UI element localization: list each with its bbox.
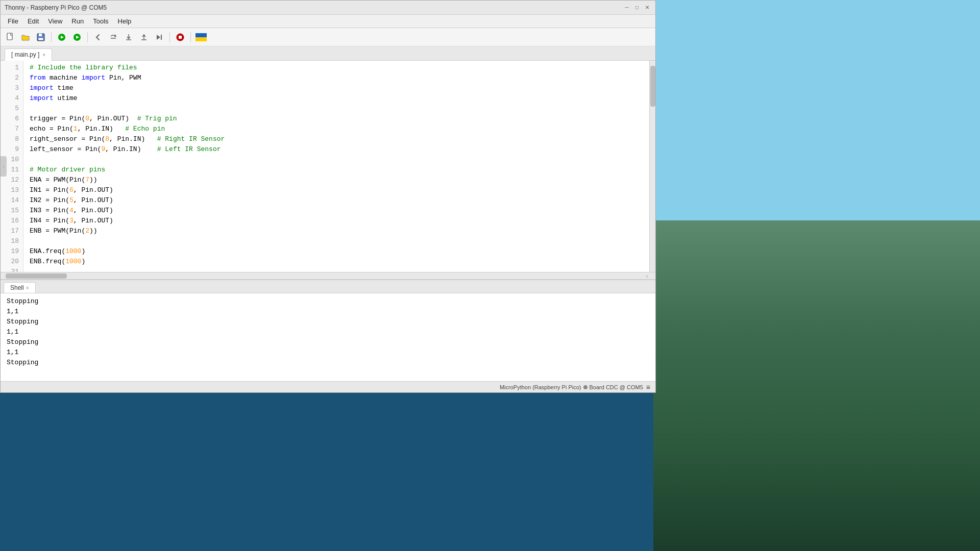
- shell-tab[interactable]: Shell ×: [4, 282, 36, 293]
- board-label: Board CDC @ COM5: [590, 384, 643, 390]
- toolbar-sep-4: [190, 32, 191, 42]
- flag-button[interactable]: [194, 31, 208, 44]
- svg-rect-3: [38, 38, 43, 40]
- stop-button[interactable]: [174, 31, 187, 44]
- run-icon: ▶: [58, 34, 65, 41]
- menu-tools[interactable]: Tools: [89, 16, 112, 26]
- run-button[interactable]: ▶: [55, 31, 68, 44]
- step-out-button[interactable]: [137, 31, 151, 44]
- resize-handle-left[interactable]: ›: [1, 156, 7, 177]
- shell-line-4: 1,1: [7, 327, 649, 337]
- desktop-background: [653, 0, 980, 551]
- shell-tab-close-btn[interactable]: ×: [26, 285, 29, 291]
- shell-line-3: Stopping: [7, 317, 649, 327]
- window-controls: ─ □ ✕: [623, 4, 651, 12]
- close-button[interactable]: ✕: [643, 4, 651, 12]
- file-tabs: [ main.py ] ×: [1, 46, 655, 61]
- toolbar-sep-3: [169, 32, 170, 42]
- scrollbar-thumb-h[interactable]: [6, 273, 67, 279]
- status-separator-dot: [583, 385, 587, 389]
- toolbar-sep-1: [51, 32, 52, 42]
- menu-help[interactable]: Help: [114, 16, 136, 26]
- shell-panel: Shell × Stopping 1,1 Stopping 1,1 Stoppi…: [1, 279, 655, 381]
- ide-window: Thonny - Raspberry Pi Pico @ COM5 ─ □ ✕ …: [0, 0, 656, 393]
- minimize-button[interactable]: ─: [623, 4, 631, 12]
- shell-line-2: 1,1: [7, 307, 649, 317]
- menu-view[interactable]: View: [44, 16, 66, 26]
- interpreter-label: MicroPython (Raspberry Pi Pico): [500, 384, 581, 390]
- resume-button[interactable]: [153, 31, 166, 44]
- run-module-icon: ▶: [74, 34, 81, 41]
- shell-line-7: Stopping: [7, 358, 649, 368]
- menu-file[interactable]: File: [4, 16, 22, 26]
- window-title: Thonny - Raspberry Pi Pico @ COM5: [5, 4, 107, 11]
- svg-rect-2: [39, 34, 42, 36]
- shell-tab-label: Shell: [10, 284, 24, 291]
- code-area: › 12345 678910 1112131415 1617181920 212…: [1, 61, 655, 272]
- scrollbar-thumb-v[interactable]: [650, 66, 655, 107]
- step-into-button[interactable]: [122, 31, 135, 44]
- horizontal-scrollbar[interactable]: ›: [1, 272, 655, 279]
- title-bar: Thonny - Raspberry Pi Pico @ COM5 ─ □ ✕: [1, 1, 655, 15]
- shell-line-5: Stopping: [7, 337, 649, 347]
- shell-tab-bar: Shell ×: [1, 280, 655, 293]
- status-bar: MicroPython (Raspberry Pi Pico) Board CD…: [1, 381, 655, 392]
- status-menu-icon[interactable]: ≡: [646, 383, 650, 391]
- step-back-button[interactable]: [91, 31, 105, 44]
- toolbar: ▶ ▶: [1, 28, 655, 46]
- open-file-button[interactable]: [19, 31, 32, 44]
- menu-run[interactable]: Run: [67, 16, 88, 26]
- menu-bar: File Edit View Run Tools Help: [1, 15, 655, 28]
- file-tab-label: [ main.py ]: [11, 51, 39, 58]
- toolbar-sep-2: [87, 32, 88, 42]
- desktop: Thonny - Raspberry Pi Pico @ COM5 ─ □ ✕ …: [0, 0, 980, 551]
- shell-output[interactable]: Stopping 1,1 Stopping 1,1 Stopping 1,1 S…: [1, 293, 655, 381]
- new-file-button[interactable]: [4, 31, 17, 44]
- vertical-scrollbar[interactable]: [649, 61, 655, 272]
- svg-rect-11: [179, 36, 182, 39]
- run-module-button[interactable]: ▶: [70, 31, 84, 44]
- step-over-button[interactable]: [107, 31, 120, 44]
- file-tab-main-py[interactable]: [ main.py ] ×: [5, 48, 52, 61]
- shell-line-1: Stopping: [7, 296, 649, 307]
- code-editor[interactable]: # Include the library files from machine…: [23, 61, 649, 272]
- maximize-button[interactable]: □: [633, 4, 641, 12]
- shell-line-6: 1,1: [7, 347, 649, 358]
- save-file-button[interactable]: [34, 31, 47, 44]
- file-tab-close[interactable]: ×: [42, 52, 45, 58]
- menu-edit[interactable]: Edit: [23, 16, 43, 26]
- editor-container: › 12345 678910 1112131415 1617181920 212…: [1, 61, 655, 392]
